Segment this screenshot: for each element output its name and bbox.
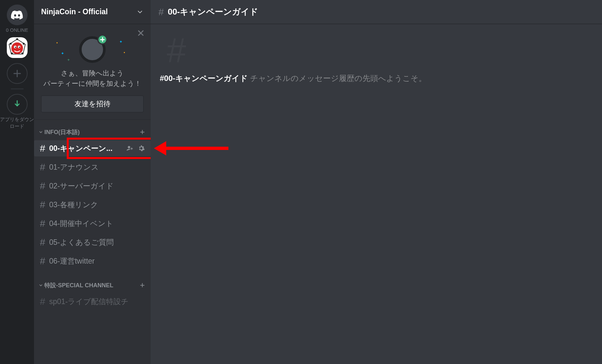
download-app-button[interactable] [7, 94, 28, 115]
invite-avatar: ✦ • + ✦ • [79, 36, 106, 63]
plus-badge-icon [97, 34, 108, 45]
plus-icon [13, 69, 22, 78]
hash-icon: # [40, 256, 45, 267]
channel-item-04[interactable]: #04-開催中イベント [34, 215, 151, 232]
channel-item-05[interactable]: #05-よくあるご質問 [34, 234, 151, 250]
rail-divider [11, 88, 24, 89]
server-name: NinjaCoin - Official [41, 7, 108, 16]
welcome-message: #00-キャンペーンガイド チャンネルのメッセージ履歴の先頭へようこそ。 [160, 73, 593, 84]
welcome-hash-icon: # [160, 31, 199, 70]
category-label: 特設-SPECIAL CHANNEL [44, 281, 113, 289]
discord-logo-icon [11, 10, 23, 19]
channel-label: 00-キャンペーン... [49, 143, 126, 154]
channel-item-03[interactable]: #03-各種リンク [34, 197, 151, 213]
channel-header-title: 00-キャンペーンガイド [168, 6, 259, 17]
server-icon-ninjacoin[interactable] [7, 37, 28, 58]
channel-label: 01-アナウンス [49, 162, 145, 172]
hash-icon: # [40, 296, 45, 307]
invite-card: ✕ ✦ • + ✦ • さぁ、冒険へ出よう パーティーに仲間を加えよう！ 友達を… [34, 24, 151, 120]
channel-label: 03-各種リンク [49, 200, 145, 210]
welcome-suffix: チャンネルのメッセージ履歴の先頭へようこそ。 [248, 74, 426, 83]
chevron-down-icon [136, 8, 144, 16]
svg-text:#: # [167, 31, 186, 70]
channel-item-02[interactable]: #02-サーバーガイド [34, 178, 151, 194]
main-area: # 00-キャンペーンガイド # #00-キャンペーンガイド チャンネルのメッセ… [151, 0, 602, 364]
download-icon [12, 99, 22, 109]
close-icon[interactable]: ✕ [137, 28, 145, 38]
svg-point-11 [128, 146, 130, 148]
messages-area: # #00-キャンペーンガイド チャンネルのメッセージ履歴の先頭へようこそ。 [151, 24, 602, 364]
hash-icon: # [40, 143, 45, 154]
channel-item-sp01[interactable]: #sp01-ライブ配信特設チ [34, 293, 151, 310]
server-rail: 0 ONLINE アプリをダウンロード [0, 0, 34, 364]
invite-friends-button[interactable]: 友達を招待 [41, 96, 144, 112]
hash-icon: # [40, 162, 45, 173]
gear-icon[interactable] [138, 145, 145, 152]
online-count-label: 0 ONLINE [6, 27, 28, 33]
channel-label: 06-運営twitter [49, 256, 145, 266]
category-header[interactable]: 特設-SPECIAL CHANNEL + [34, 270, 151, 292]
svg-point-10 [19, 47, 20, 48]
channel-label: 05-よくあるご質問 [49, 237, 145, 247]
svg-point-5 [21, 52, 23, 54]
channel-item-00[interactable]: # 00-キャンペーン... [34, 140, 151, 156]
server-header[interactable]: NinjaCoin - Official [34, 0, 151, 24]
svg-point-1 [10, 43, 12, 45]
svg-point-4 [11, 52, 13, 54]
welcome-channel-name: #00-キャンペーンガイド [160, 74, 248, 83]
hash-icon: # [40, 218, 45, 229]
svg-point-2 [23, 43, 25, 45]
add-channel-button[interactable]: + [140, 127, 145, 137]
category-label: INFO(日本語) [44, 128, 80, 136]
hash-icon: # [40, 199, 45, 210]
hash-icon: # [40, 180, 45, 191]
category-header[interactable]: INFO(日本語) + [34, 120, 151, 139]
channel-label: 02-サーバーガイド [49, 181, 145, 191]
add-server-button[interactable] [7, 63, 28, 84]
hash-icon: # [158, 6, 164, 17]
chevron-down-icon [39, 283, 43, 288]
channel-label: 04-開催中イベント [49, 219, 145, 229]
hash-icon: # [40, 237, 45, 248]
svg-point-6 [11, 42, 23, 54]
invite-line-2: パーティーに仲間を加えよう！ [41, 78, 144, 89]
home-server-button[interactable] [7, 5, 28, 25]
chevron-down-icon [39, 130, 43, 134]
channel-item-01[interactable]: #01-アナウンス [34, 159, 151, 175]
channel-item-06[interactable]: #06-運営twitter [34, 253, 151, 269]
channel-sidebar: NinjaCoin - Official ✕ ✦ • + ✦ • さぁ、冒険へ出… [34, 0, 151, 364]
svg-point-8 [15, 47, 16, 48]
add-channel-button[interactable]: + [140, 280, 145, 290]
svg-point-3 [16, 38, 18, 40]
invite-line-1: さぁ、冒険へ出よう [41, 68, 144, 78]
channel-label: sp01-ライブ配信特設チ [49, 297, 145, 307]
channel-header: # 00-キャンペーンガイド [151, 0, 602, 24]
add-person-icon[interactable] [126, 145, 133, 152]
ninjacoin-icon [7, 38, 27, 57]
download-app-label: アプリをダウンロード [0, 116, 34, 130]
